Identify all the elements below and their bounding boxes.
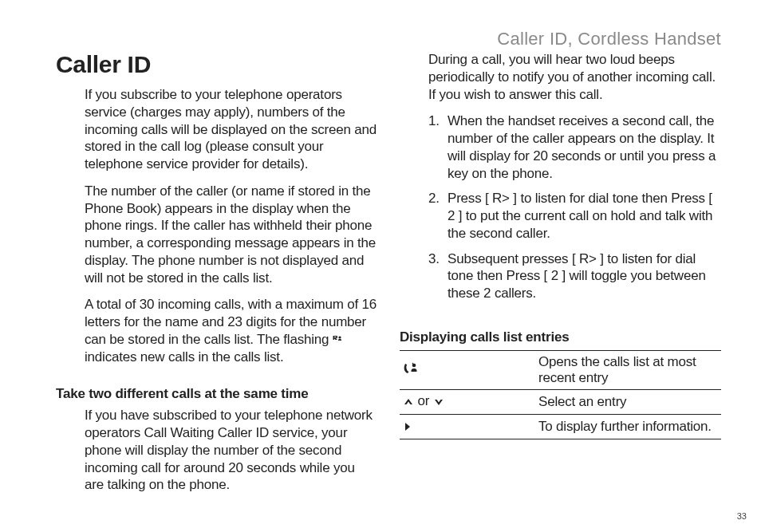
table-row: or Select an entry [400,389,721,414]
subheading-displaying-calls-list: Displaying calls list entries [400,329,721,345]
step-2: Press [ R> ] to listen for dial tone the… [428,190,721,242]
key-cell-calls-list [400,350,535,389]
calls-list-key-table: Opens the calls list at most recent entr… [400,350,721,439]
step-1: When the handset receives a second call,… [428,112,721,182]
key-cell-up-down: or [400,389,535,414]
calls-list-icon [403,362,420,379]
call-waiting-paragraph: If you have subscribed to your telephone… [56,407,377,494]
svg-point-0 [338,336,341,338]
running-header: Caller ID, Cordless Handset [497,29,721,49]
table-row: To display further information. [400,414,721,439]
step-3: Subsequent presses [ R> ] to listen for … [428,250,721,302]
new-calls-icon [333,332,342,341]
desc-cell-further-info: To display further information. [535,414,721,439]
caller-id-capacity-text-b: indicates new calls in the calls list. [85,349,283,365]
caller-id-intro-paragraph: If you subscribe to your telephone opera… [56,86,377,173]
left-column: Caller ID If you subscribe to your telep… [56,51,377,503]
key-cell-right [400,414,535,439]
right-arrow-icon [403,420,412,435]
page-number: 33 [737,511,747,521]
subheading-take-two-calls: Take two different calls at the same tim… [56,386,377,402]
right-column: During a call, you will hear two loud be… [400,51,721,503]
call-waiting-beeps-paragraph: During a call, you will hear two loud be… [400,51,721,103]
section-heading-caller-id: Caller ID [56,51,377,78]
caller-id-display-paragraph: The number of the caller (or name if sto… [56,183,377,287]
down-arrow-icon [433,395,444,411]
caller-id-capacity-paragraph: A total of 30 incoming calls, with a max… [56,296,377,365]
table-row: Opens the calls list at most recent entr… [400,350,721,389]
call-waiting-steps: When the handset receives a second call,… [400,112,721,310]
up-arrow-icon [403,395,414,411]
desc-cell-select-entry: Select an entry [535,389,721,414]
desc-cell-opens-list: Opens the calls list at most recent entr… [535,350,721,389]
up-down-separator: or [414,393,433,408]
